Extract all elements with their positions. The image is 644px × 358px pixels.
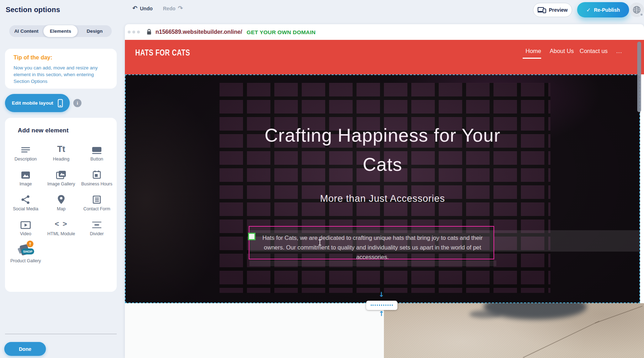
next-section-blank [125,303,384,358]
add-element-title: Add new element [18,127,69,134]
page-title: Section options [6,6,60,14]
element-label: Map [57,206,65,212]
hero-section-selected[interactable]: Crafting Happiness for Your Cats More th… [125,74,640,303]
resize-arrow-down-icon: ↓ [379,291,384,298]
social-media-icon [21,191,30,204]
element-map[interactable]: Map [44,191,78,212]
nav-home[interactable]: Home [526,48,541,54]
element-divider[interactable]: Divider [80,216,114,237]
shop-badge: SHOP [21,248,34,254]
next-section-floor-image [384,303,644,358]
floor-shadow-small [469,310,501,318]
site-header [125,40,644,74]
resize-handle-dots [371,305,393,306]
floor-tile-seam [595,306,643,323]
image-icon [21,167,31,179]
edit-mobile-label: Edit mobile layout [12,100,53,106]
element-label: HTML Module [47,231,75,237]
hero-body-text[interactable]: Hats for Cats, we are dedicated to craft… [254,233,491,262]
done-button[interactable]: Done [4,342,46,356]
element-video[interactable]: Video [9,216,43,237]
hero-heading[interactable]: Crafting Happiness for Your Cats [126,121,639,179]
element-image-gallery[interactable]: Image Gallery [44,167,78,187]
element-label: Button [90,157,103,162]
check-icon: ✓ [586,7,591,13]
text-cursor [320,239,320,246]
nav-home-underline [523,58,541,59]
redo-label: Redo [163,6,175,11]
tip-body: Now you can add, move and resize any ele… [14,64,109,85]
info-icon[interactable]: i [73,99,81,107]
tab-ai-content-label: AI Content [14,28,38,34]
element-label: Contact Form [83,206,110,212]
undo-button[interactable]: ↶ Undo [132,5,153,11]
site-url[interactable]: n1566589.websitebuilder.online/ [155,29,242,35]
lock-icon [147,29,152,35]
tip-title: Tip of the day: [14,54,52,61]
edit-mobile-layout-button[interactable]: Edit mobile layout [5,94,70,112]
scrollbar-thumb[interactable] [637,42,641,112]
element-business-hours[interactable]: Business Hours [80,167,114,187]
floor-shadow [484,303,587,320]
app-screen: Section options ↶ Undo Redo ↷ Preview ✓ … [0,0,644,358]
chrome-dot [132,31,135,33]
element-label: Divider [90,231,104,237]
image-gallery-icon [56,167,67,179]
undo-icon: ↶ [132,5,137,11]
business-hours-icon [92,167,101,179]
contact-form-icon [92,191,101,204]
tab-design-label: Design [86,28,102,34]
element-contact-form[interactable]: Contact Form [80,191,114,212]
element-description[interactable]: Description [9,142,43,162]
resize-arrow-up-icon: ↑ [379,310,384,317]
product-gallery-icon: ↑ SHOP [18,241,33,256]
panel-tab-group: AI Content Elements Design [9,25,112,37]
element-label: Image Gallery [47,181,75,187]
preview-label: Preview [549,7,568,13]
done-label: Done [19,346,31,352]
hero-subheading[interactable]: More than Just Accessories [126,193,639,204]
element-drag-handle[interactable] [248,233,255,240]
divider-icon [92,216,102,229]
nav-about-us[interactable]: About Us [550,48,574,54]
button-icon [91,142,102,154]
map-icon [57,191,65,204]
video-icon [20,216,31,229]
republish-button[interactable]: ✓ Re-Publish [577,2,629,17]
chrome-dot [128,31,131,33]
element-label: Image [20,181,32,187]
tab-elements[interactable]: Elements [43,25,78,37]
heading-icon: Tt [57,142,65,154]
redo-button[interactable]: Redo ↷ [163,5,183,11]
upload-arrow-badge: ↑ [27,241,33,247]
devices-icon [538,7,546,13]
mobile-phone-icon [58,99,63,107]
tab-design[interactable]: Design [78,25,112,37]
republish-label: Re-Publish [594,7,620,13]
language-globe-button[interactable] [629,2,644,17]
element-label: Product Gallery [10,258,41,264]
element-product-gallery[interactable]: ↑ SHOP Product Gallery [9,241,43,264]
tab-elements-label: Elements [50,28,71,34]
element-grid: Description Tt Heading Button Image [8,142,115,264]
globe-status-dot [640,13,643,16]
element-image[interactable]: Image [9,167,43,187]
tab-ai-content[interactable]: AI Content [9,25,43,37]
element-html-module[interactable]: < > HTML Module [44,216,78,237]
element-heading[interactable]: Tt Heading [44,142,78,162]
globe-icon [633,6,641,14]
undo-label: Undo [140,6,153,11]
element-social-media[interactable]: Social Media [9,191,43,212]
element-label: Social Media [13,206,38,212]
site-logo[interactable]: HATS FOR CATS [135,48,190,58]
element-label: Business Hours [81,181,112,187]
nav-more[interactable]: ... [616,48,622,54]
description-icon [21,142,31,154]
get-domain-link[interactable]: GET YOUR OWN DOMAIN [247,29,316,36]
element-button[interactable]: Button [80,142,114,162]
element-label: Description [15,157,37,162]
nav-contact-us[interactable]: Contact us [580,48,608,54]
section-resize-handle[interactable] [366,301,397,310]
preview-button[interactable]: Preview [533,3,572,17]
panel-separator [5,334,117,334]
